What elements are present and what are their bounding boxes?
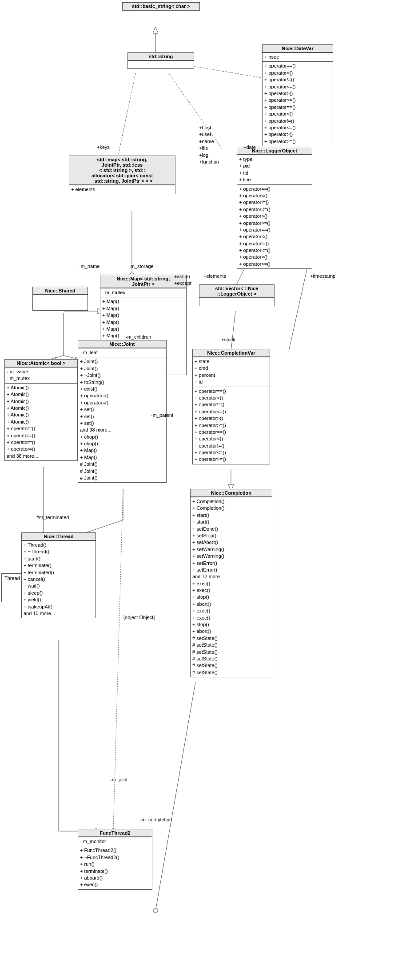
section-loggerobject-2: + operator==() + operator<() + operator!…	[237, 184, 312, 269]
title-std-basic-string: std::basic_string< char >	[123, 3, 199, 10]
box-nice-completion: Nice::Completion + Completion() + Comple…	[190, 489, 272, 677]
box-std-string: std::string	[127, 52, 194, 69]
section-functhread2-1: - m_monitor	[78, 837, 152, 846]
section-std-vector-empty	[199, 298, 274, 306]
section-nice-joint-1: - m_leaf	[78, 348, 166, 357]
label-stack: +stack	[221, 337, 235, 342]
label-action-except: +action+except	[174, 273, 191, 287]
title-nice-completion: Nice::Completion	[191, 489, 272, 497]
box-nice-shared: Nice::Shared	[32, 287, 88, 311]
box-nice-loggerobject: Nice::LoggerObject + type + pid + tid + …	[237, 147, 312, 269]
box-nice-joint: Nice::Joint - m_leaf + Joint() + Joint()…	[78, 340, 167, 483]
section-std-map-1: + elements	[69, 185, 175, 194]
title-std-string: std::string	[128, 53, 194, 60]
label-m-completion: -m_completion	[140, 817, 172, 822]
box-nice-thread: Nice::Thread + Thread() + ~Thread() + st…	[21, 532, 96, 618]
label-keys: +keys	[97, 144, 110, 150]
title-nice-shared: Nice::Shared	[33, 287, 88, 295]
box-nice-completionvar: Nice::CompletionVar + state + cmd + perc…	[192, 349, 270, 464]
title-nice-atomic-bool: Nice::Atomic< bool >	[5, 360, 77, 367]
box-std-map: std::map< std::string,JointPtr, std::les…	[69, 156, 175, 194]
svg-marker-1	[153, 27, 158, 33]
label-date: +date	[243, 144, 256, 150]
section-std-string-empty	[128, 60, 194, 68]
label-m-parent: -m_parent	[151, 412, 173, 418]
section-nice-thread-1: + Thread() + ~Thread() + start() + termi…	[22, 540, 96, 618]
section-loggerobject-1: + type + pid + tid + line	[237, 155, 312, 184]
title-std-vector: std::vector< ::Nice::LoggerObject >	[199, 285, 274, 298]
title-nice-completionvar: Nice::CompletionVar	[193, 349, 270, 357]
section-datevar-2: + operator==() + operator<() + operator!…	[263, 61, 333, 146]
box-std-vector: std::vector< ::Nice::LoggerObject >	[199, 284, 275, 306]
label-and-more: [object Object]	[123, 615, 155, 620]
section-atomic-2: + Atomic() + Atomic() + Atomic() + Atomi…	[5, 383, 77, 460]
label-m-terminated: #m_terminated	[36, 515, 69, 520]
box-nice-atomic-bool: Nice::Atomic< bool > - m_value - m_mutex…	[4, 359, 78, 461]
label-timestamp: +timestamp	[310, 273, 335, 279]
box-nice-datevar: Nice::DateVar + nsec + operator==() + op…	[262, 44, 333, 146]
title-functhread2: FuncThread2	[78, 829, 152, 837]
title-nice-datevar: Nice::DateVar	[263, 45, 333, 52]
box-functhread2: FuncThread2 - m_monitor + FuncThread2() …	[78, 829, 152, 890]
section-nice-joint-2: + Joint() + Joint() + ~Joint() + toStrin…	[78, 357, 166, 482]
section-completionvar-1: + state + cmd + percent + id	[193, 357, 270, 387]
section-nice-shared-empty	[33, 295, 88, 310]
title-std-map: std::map< std::string,JointPtr, std::les…	[69, 156, 175, 185]
svg-line-29	[155, 682, 195, 911]
section-nice-map-1: - m_mutex	[100, 288, 186, 297]
label-m-children: -m_children	[126, 334, 151, 340]
label-m-joint: -m_joint	[110, 777, 127, 782]
section-datevar-1: + nsec	[263, 52, 333, 61]
title-nice-thread: Nice::Thread	[22, 533, 96, 540]
svg-line-9	[231, 311, 235, 351]
title-nice-map: Nice::Map< std::string,JointPtr >	[100, 275, 186, 288]
svg-line-4	[182, 64, 262, 78]
section-functhread2-2: + FuncThread2() + ~FuncThread2() + run()…	[78, 846, 152, 889]
diagram-container: std::basic_string< char > std::string Ni…	[0, 0, 394, 980]
title-nice-joint: Nice::Joint	[78, 340, 166, 348]
label-m-storage: -m_storage	[129, 264, 154, 269]
section-completionvar-2: + operator==() + operator<() + operator!…	[193, 387, 270, 464]
svg-point-30	[153, 908, 158, 913]
label-elements: +elements	[203, 273, 226, 279]
label-host-user: +host+user+name+file+log+function	[199, 124, 219, 165]
box-std-basic-string: std::basic_string< char >	[122, 2, 200, 11]
section-atomic-1: - m_value - m_mutex	[5, 367, 77, 383]
section-completion-1: + Completion() + Completion() + start() …	[191, 497, 272, 677]
label-m-name: -m_name	[79, 264, 99, 269]
svg-line-2	[118, 73, 135, 158]
